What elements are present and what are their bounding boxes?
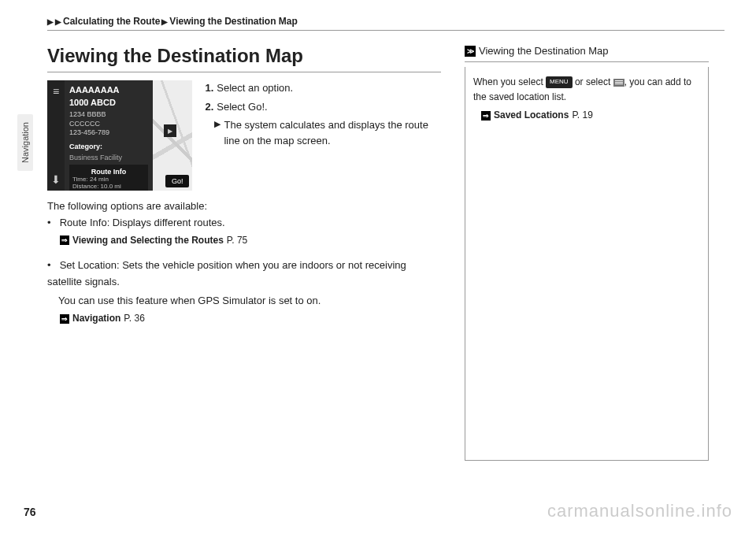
option-text: : Displays different routes. — [107, 217, 225, 228]
intro-text: The following options are available: — [47, 198, 441, 215]
arrow-icon: ▶ — [161, 17, 168, 26]
poi-line2: CCCCCC — [69, 120, 100, 128]
cross-ref: ⇒ Viewing and Selecting the Routes P. 75 — [60, 233, 441, 248]
breadcrumb-part2: Viewing the Destination Map — [169, 16, 297, 27]
go-button: Go! — [165, 175, 190, 187]
route-info-box: Route Info Time: 24 min Distance: 10.0 m… — [69, 165, 148, 191]
play-icon: ▶ — [164, 124, 176, 137]
cross-ref: ⇒ Saved Locations P. 19 — [481, 108, 700, 123]
info-icon: ≫ — [465, 46, 476, 57]
link-page: P. 36 — [124, 311, 144, 326]
breadcrumb-part1: Calculating the Route — [63, 16, 160, 27]
page-title: Viewing the Destination Map — [47, 45, 441, 67]
screenshot-sidebar: ≡ ⬇ — [47, 80, 65, 191]
route-dist: Distance: 10.0 mi — [72, 183, 145, 190]
steps-list: 1. Select an option. 2. Select Go!. ▶ Th… — [205, 80, 441, 191]
step-text: Select Go!. — [217, 99, 267, 115]
arrow-icon: ▶ — [47, 17, 54, 26]
main-column: Viewing the Destination Map ≡ ⬇ AAAAAAAA… — [47, 45, 441, 461]
substep-text: The system calculates and displays the r… — [224, 117, 441, 148]
map-preview: ▶ Go! — [153, 80, 192, 191]
step-text: Select an option. — [217, 80, 293, 96]
category-label: Category: — [69, 143, 148, 150]
watermark: carmanualsonline.info — [547, 501, 732, 521]
body-text: The following options are available: • R… — [47, 198, 441, 326]
link-icon: ⇒ — [481, 111, 491, 121]
side-tab-navigation: Navigation — [17, 114, 33, 171]
poi-line1: 1234 BBBB — [69, 110, 106, 118]
sidebar-title-text: Viewing the Destination Map — [479, 45, 609, 57]
list-icon — [613, 79, 624, 87]
link-text: Viewing and Selecting the Routes — [72, 233, 224, 248]
step-number: 1. — [205, 80, 213, 96]
sidebar-column: ≫ Viewing the Destination Map When you s… — [465, 45, 709, 461]
poi-line3: 123-456-789 — [69, 128, 109, 136]
option-label: Set Location — [60, 259, 117, 271]
down-arrow-icon: ⬇ — [51, 173, 61, 186]
sidebar-title: ≫ Viewing the Destination Map — [465, 45, 709, 57]
breadcrumb: ▶ ▶ Calculating the Route ▶ Viewing the … — [47, 16, 724, 27]
triangle-icon: ▶ — [214, 117, 220, 148]
link-page: P. 19 — [572, 108, 592, 123]
cross-ref: ⇒ Navigation P. 36 — [60, 311, 441, 326]
option-item: • Set Location: Sets the vehicle positio… — [47, 258, 441, 327]
screenshot-info-panel: AAAAAAAA 1000 ABCD 1234 BBBB CCCCCC 123-… — [65, 80, 153, 191]
page-number: 76 — [24, 506, 36, 518]
arrow-icon: ▶ — [55, 17, 61, 26]
menu-button-icon: MENU — [546, 76, 573, 88]
menu-icon: ≡ — [53, 85, 59, 98]
category-value: Business Facility — [69, 154, 148, 161]
link-page: P. 75 — [227, 233, 247, 248]
nav-screenshot: ≡ ⬇ AAAAAAAA 1000 ABCD 1234 BBBB CCCCCC … — [47, 80, 192, 191]
link-text: Saved Locations — [494, 108, 569, 123]
link-icon: ⇒ — [60, 235, 69, 245]
divider — [47, 30, 724, 31]
sidebar-text: When you select MENU or select , you can… — [473, 75, 700, 105]
route-info-title: Route Info — [72, 168, 145, 176]
route-time: Time: 24 min — [72, 176, 145, 183]
divider — [47, 72, 441, 72]
poi-name: AAAAAAAA — [69, 85, 148, 95]
step-number: 2. — [205, 99, 213, 115]
poi-addr: 1000 ABCD — [69, 98, 148, 107]
divider — [465, 61, 709, 62]
sidebar-box: When you select MENU or select , you can… — [465, 67, 709, 461]
link-icon: ⇒ — [60, 314, 69, 324]
option-item: • Route Info: Displays different routes.… — [47, 215, 441, 248]
link-text: Navigation — [72, 311, 120, 326]
option-label: Route Info — [60, 217, 107, 228]
option-extra: You can use this feature when GPS Simula… — [58, 293, 441, 310]
